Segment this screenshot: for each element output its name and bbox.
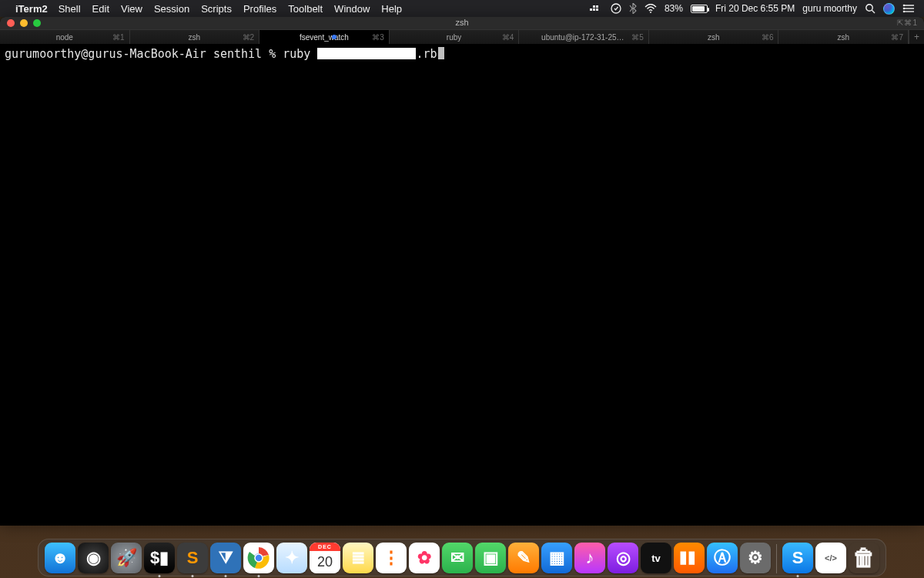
menu-edit[interactable]: Edit — [92, 3, 109, 15]
menu-session[interactable]: Session — [154, 3, 189, 15]
terminal-cursor — [438, 47, 444, 59]
menu-scripts[interactable]: Scripts — [201, 3, 232, 15]
tab-shortcut: ⌘7 — [891, 33, 903, 42]
dock-app-safari[interactable]: ✦ — [276, 543, 307, 573]
wifi-icon[interactable] — [644, 4, 657, 13]
tab-shortcut: ⌘4 — [502, 33, 514, 42]
running-indicator-icon — [192, 575, 194, 577]
iterm2-window: zsh ⇱⌘1 node⌘1zsh⌘2fsevent_watch⌘3ruby⌘4… — [0, 17, 924, 526]
tab-label: zsh — [189, 33, 201, 42]
svg-point-6 — [650, 12, 651, 13]
traffic-lights — [0, 19, 41, 27]
zoom-button[interactable] — [33, 19, 41, 27]
command-suffix: .rb — [416, 47, 437, 61]
dock-inner: ☻◉🚀$▮S⧩✦DEC20≣⋮✿✉▣✎▦♪◎tv▋▋Ⓐ⚙S</>🗑 — [38, 539, 886, 576]
dock-app-app-store[interactable]: Ⓐ — [707, 543, 738, 573]
tab-label: ubuntu@ip-172-31-25-14… — [541, 33, 626, 42]
date-time[interactable]: Fri 20 Dec 6:55 PM — [715, 3, 795, 14]
dock-app-pages[interactable]: ✎ — [508, 543, 539, 573]
menu-view[interactable]: View — [121, 3, 142, 15]
menu-help[interactable]: Help — [381, 3, 402, 15]
tab-6[interactable]: zsh⌘6 — [649, 30, 779, 44]
docker-status-icon[interactable] — [589, 4, 603, 13]
active-app-name[interactable]: iTerm2 — [15, 3, 48, 15]
svg-point-14 — [903, 11, 906, 13]
close-button[interactable] — [7, 19, 15, 27]
svg-rect-4 — [596, 5, 598, 8]
dock-app-vs-code[interactable]: ⧩ — [210, 543, 241, 573]
dock-app-photos[interactable]: ✿ — [409, 543, 440, 573]
siri-icon[interactable] — [883, 3, 895, 15]
prompt-user-host: gurumoorthy@gurus-MacBook-Air — [5, 47, 206, 61]
tab-shortcut: ⌘5 — [631, 33, 644, 42]
dock-app-trash[interactable]: 🗑 — [849, 543, 879, 573]
svg-point-5 — [611, 4, 621, 13]
tab-2[interactable]: zsh⌘2 — [130, 30, 260, 44]
running-indicator-icon — [258, 575, 260, 577]
running-indicator-icon — [797, 575, 799, 577]
menu-toolbelt[interactable]: Toolbelt — [288, 3, 323, 15]
dock-app-reminders[interactable]: ⋮ — [376, 543, 407, 573]
dock-app-messages[interactable]: ✉ — [442, 543, 473, 573]
svg-point-13 — [903, 8, 906, 10]
tab-label: zsh — [708, 33, 720, 42]
spotlight-icon[interactable] — [865, 3, 875, 14]
dock-app-skype[interactable]: S — [782, 543, 813, 573]
dock-app-facetime[interactable]: ▣ — [475, 543, 506, 573]
dock-app-notes[interactable]: ≣ — [343, 543, 373, 573]
tab-label: fsevent_watch — [300, 33, 349, 42]
menu-shell[interactable]: Shell — [59, 3, 81, 15]
bluetooth-icon[interactable] — [629, 3, 637, 14]
terminal-viewport[interactable]: gurumoorthy@gurus-MacBook-Air senthil % … — [0, 45, 924, 526]
dock-app-html-file[interactable]: </> — [815, 543, 846, 573]
menu-profiles[interactable]: Profiles — [243, 3, 276, 15]
running-indicator-icon — [225, 575, 227, 577]
dock-app-launchpad[interactable]: 🚀 — [111, 543, 142, 573]
dock-app-itunes[interactable]: ♪ — [574, 543, 605, 573]
dock-app-siri[interactable]: ◉ — [78, 543, 109, 573]
dock-app-sublime-text[interactable]: S — [177, 543, 208, 573]
minimize-button[interactable] — [20, 19, 28, 27]
window-shortcut-hint: ⇱⌘1 — [897, 18, 918, 27]
dock-app-chrome[interactable] — [243, 543, 274, 573]
dock-app-finder[interactable]: ☻ — [45, 543, 75, 573]
command-redacted-filename — [317, 48, 416, 59]
dock-app-keynote[interactable]: ▦ — [541, 543, 572, 573]
svg-rect-3 — [593, 5, 595, 8]
svg-point-17 — [255, 554, 263, 562]
svg-point-12 — [903, 5, 906, 7]
tab-shortcut: ⌘2 — [243, 33, 255, 42]
dock-app-books[interactable]: ▋▋ — [674, 543, 705, 573]
dock-app-iterm[interactable]: $▮ — [144, 543, 175, 573]
notification-center-icon[interactable] — [902, 4, 915, 13]
prompt-path: senthil — [213, 47, 262, 61]
dock-app-system-preferences[interactable]: ⚙ — [740, 543, 771, 573]
dock-app-calendar[interactable]: DEC20 — [310, 543, 340, 573]
svg-line-8 — [872, 10, 875, 13]
new-tab-button[interactable]: + — [909, 30, 924, 44]
tab-1[interactable]: node⌘1 — [0, 30, 130, 44]
dock-app-apple-tv[interactable]: tv — [641, 543, 671, 573]
window-title: zsh — [455, 18, 468, 27]
tab-shortcut: ⌘1 — [112, 33, 125, 42]
svg-rect-1 — [593, 8, 595, 11]
dock-app-podcasts[interactable]: ◎ — [608, 543, 638, 573]
macos-menubar: iTerm2 Shell Edit View Session Scripts P… — [0, 0, 924, 17]
window-titlebar[interactable]: zsh ⇱⌘1 — [0, 17, 924, 29]
svg-rect-0 — [590, 8, 592, 11]
tab-5[interactable]: ubuntu@ip-172-31-25-14…⌘5 — [519, 30, 649, 44]
tab-shortcut: ⌘6 — [762, 33, 774, 42]
tab-4[interactable]: ruby⌘4 — [390, 30, 520, 44]
user-name[interactable]: guru moorthy — [802, 3, 857, 14]
battery-icon[interactable] — [691, 5, 708, 13]
sync-status-icon[interactable] — [611, 3, 621, 14]
tab-3[interactable]: fsevent_watch⌘3 — [259, 30, 390, 44]
svg-rect-2 — [596, 8, 598, 11]
tab-shortcut: ⌘3 — [372, 33, 384, 42]
tab-7[interactable]: zsh⌘7 — [778, 30, 909, 44]
prompt-symbol: % — [269, 47, 276, 61]
command-prefix: ruby — [283, 47, 317, 61]
battery-percent: 83% — [665, 3, 683, 14]
tab-label: node — [56, 33, 73, 42]
menu-window[interactable]: Window — [334, 3, 370, 15]
